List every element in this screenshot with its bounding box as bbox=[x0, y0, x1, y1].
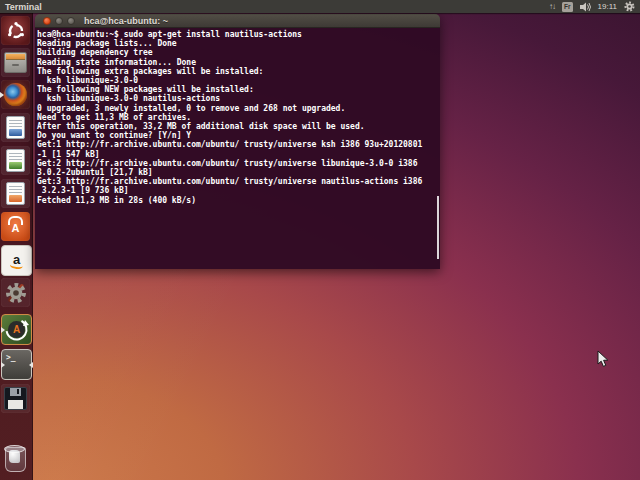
launcher-item-firefox[interactable] bbox=[1, 80, 30, 109]
terminal-line: Need to get 11,3 MB of archives. bbox=[37, 113, 440, 122]
terminal-titlebar[interactable]: hca@hca-ubuntu: ~ bbox=[35, 14, 440, 28]
terminal-line: hca@hca-ubuntu:~$ sudo apt-get install n… bbox=[37, 30, 440, 39]
amazon-swoosh-icon bbox=[10, 261, 24, 269]
close-button[interactable] bbox=[43, 17, 51, 25]
launcher-item-libreoffice-calc[interactable] bbox=[1, 146, 30, 175]
file-cabinet-icon bbox=[4, 52, 27, 73]
minimize-button[interactable] bbox=[55, 17, 63, 25]
maximize-button[interactable] bbox=[67, 17, 75, 25]
launcher-item-libreoffice-writer[interactable] bbox=[1, 113, 30, 142]
launcher-item-libreoffice-impress[interactable] bbox=[1, 179, 30, 208]
launcher-item-software-center[interactable]: A bbox=[1, 212, 30, 241]
terminal-line: Get:3 http://fr.archive.ubuntu.com/ubunt… bbox=[37, 177, 440, 186]
gear-icon bbox=[5, 282, 27, 304]
launcher-item-dash[interactable] bbox=[1, 16, 30, 45]
terminal-line: Fetched 11,3 MB in 28s (400 kB/s) bbox=[37, 196, 440, 205]
panel-indicator-area: ↑↓ Fr 19:11 bbox=[549, 1, 640, 12]
terminal-line: Get:2 http://fr.archive.ubuntu.com/ubunt… bbox=[37, 159, 440, 168]
ubuntu-logo-icon bbox=[6, 21, 26, 41]
running-indicator bbox=[0, 92, 4, 98]
panel-active-app-title: Terminal bbox=[0, 2, 42, 12]
launcher: A a A >_ bbox=[0, 13, 33, 480]
launcher-item-software-updater[interactable]: A bbox=[1, 314, 32, 345]
terminal-line: After this operation, 33,2 MB of additio… bbox=[37, 122, 440, 131]
terminal-line: Get:1 http://fr.archive.ubuntu.com/ubunt… bbox=[37, 140, 440, 149]
terminal-line: 3.0.2-2ubuntu1 [21,7 kB] bbox=[37, 168, 440, 177]
terminal-line: -1 [1 547 kB] bbox=[37, 150, 440, 159]
focused-indicator bbox=[29, 362, 33, 368]
terminal-line: 3.2.3-1 [9 736 kB] bbox=[37, 186, 440, 195]
terminal-line: 0 upgraded, 3 newly installed, 0 to remo… bbox=[37, 104, 440, 113]
window-title: hca@hca-ubuntu: ~ bbox=[84, 16, 168, 26]
terminal-scrollbar[interactable] bbox=[437, 196, 439, 259]
terminal-window: hca@hca-ubuntu: ~ hca@hca-ubuntu:~$ sudo… bbox=[35, 14, 440, 269]
panel-clock[interactable]: 19:11 bbox=[598, 2, 617, 11]
running-indicator bbox=[1, 362, 5, 368]
updater-letter: A bbox=[2, 323, 31, 336]
writer-document-icon bbox=[6, 116, 25, 139]
terminal-line: Building dependency tree bbox=[37, 48, 440, 57]
volume-icon[interactable] bbox=[580, 2, 591, 12]
software-center-letter: A bbox=[1, 221, 30, 235]
terminal-line: ksh libunique-3.0-0 bbox=[37, 76, 440, 85]
launcher-item-trash[interactable] bbox=[1, 445, 30, 474]
launcher-item-files[interactable] bbox=[1, 48, 30, 77]
network-icon[interactable]: ↑↓ bbox=[549, 2, 555, 12]
terminal-prompt-icon: >_ bbox=[6, 353, 16, 362]
session-menu-gear-icon[interactable] bbox=[624, 1, 635, 12]
terminal-output[interactable]: hca@hca-ubuntu:~$ sudo apt-get install n… bbox=[35, 28, 440, 269]
floppy-disk-icon bbox=[4, 387, 27, 410]
trash-bin-icon bbox=[5, 447, 26, 472]
mouse-cursor bbox=[597, 350, 609, 368]
firefox-icon bbox=[4, 83, 27, 106]
terminal-line: Reading state information... Done bbox=[37, 58, 440, 67]
calc-spreadsheet-icon bbox=[6, 149, 25, 172]
launcher-item-floppy[interactable] bbox=[1, 384, 30, 413]
terminal-line: ksh libunique-3.0-0 nautilus-actions bbox=[37, 94, 440, 103]
launcher-item-terminal[interactable]: >_ bbox=[1, 349, 32, 380]
launcher-item-amazon[interactable]: a bbox=[1, 245, 32, 276]
terminal-line: The following extra packages will be ins… bbox=[37, 67, 440, 76]
keyboard-layout-indicator[interactable]: Fr bbox=[562, 2, 573, 12]
impress-presentation-icon bbox=[6, 182, 25, 205]
top-panel: Terminal ↑↓ Fr 19:11 bbox=[0, 0, 640, 13]
launcher-item-system-settings[interactable] bbox=[1, 278, 30, 307]
